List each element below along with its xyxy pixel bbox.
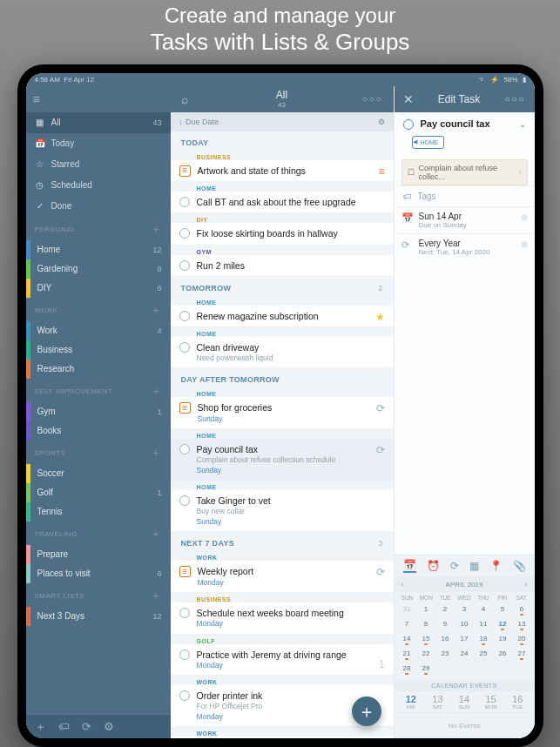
task-checkbox[interactable] <box>179 649 190 660</box>
task-checkbox[interactable] <box>179 311 190 321</box>
chevron-down-icon[interactable]: ⌄ <box>519 119 526 129</box>
cal-prev-icon[interactable]: ‹ <box>401 581 404 589</box>
calendar-day[interactable]: 6 <box>513 603 531 617</box>
tool-list-tab[interactable]: ▦ <box>469 560 479 572</box>
task-row[interactable]: Take Ginger to vetBuy new collarSunday <box>171 490 394 532</box>
tool-alarm-tab[interactable]: ⏰ <box>427 560 440 572</box>
sync-icon[interactable]: ⟳ <box>82 720 91 733</box>
settings-icon[interactable]: ⚙ <box>104 720 114 733</box>
task-row[interactable]: Schedule next weeks board meetingMonday <box>171 602 394 635</box>
due-date-row[interactable]: 📅 Sun 14 Apr Due on Sunday ⊗ <box>395 206 535 233</box>
calendar-day[interactable]: 20 <box>513 633 531 647</box>
sidebar-list-item[interactable]: Tennis <box>26 502 171 522</box>
task-checkbox[interactable] <box>179 197 190 207</box>
calendar-day[interactable]: 26 <box>494 648 512 662</box>
task-checkbox[interactable] <box>179 690 190 701</box>
calendar-day[interactable]: 15 <box>417 633 435 647</box>
task-title-field[interactable]: Pay council tax <box>421 118 512 129</box>
tool-repeat-tab[interactable]: ⟳ <box>450 560 459 572</box>
calendar-icon[interactable]: ☰ <box>179 566 191 577</box>
task-checkbox[interactable] <box>179 228 190 239</box>
sidebar-list-item[interactable]: Prepare <box>26 545 171 564</box>
calendar-day[interactable]: 19 <box>494 633 512 647</box>
sidebar-list-item[interactable]: Gardening8 <box>26 259 171 279</box>
complete-checkbox[interactable] <box>403 119 414 130</box>
task-checkbox[interactable] <box>179 260 190 271</box>
calendar-icon[interactable]: ☰ <box>179 165 191 177</box>
calendar-day[interactable]: 21 <box>398 648 416 662</box>
calendar-day[interactable] <box>513 663 531 676</box>
tool-attach-tab[interactable]: 📎 <box>513 560 526 572</box>
calendar-day[interactable]: 7 <box>398 618 416 632</box>
add-to-section-icon[interactable]: ＋ <box>151 303 162 318</box>
task-row[interactable]: Call BT and ask about the free upgrade <box>171 192 394 213</box>
calendar-day[interactable]: 22 <box>417 648 435 662</box>
tool-calendar-tab[interactable]: 📅 <box>403 559 416 573</box>
calendar-day[interactable] <box>455 663 474 676</box>
sidebar-list-item[interactable]: DIY6 <box>26 279 171 298</box>
sidebar-list-item[interactable]: Gym1 <box>26 402 171 421</box>
sidebar-list-item[interactable]: Work4 <box>26 321 171 340</box>
calendar-day[interactable]: 28 <box>398 663 416 676</box>
tags-row[interactable]: 🏷Tags <box>395 185 535 206</box>
event-day-tab[interactable]: 12FRI <box>398 694 425 710</box>
add-list-button[interactable]: ＋ <box>35 719 46 735</box>
task-row[interactable]: Run 2 miles <box>171 255 394 277</box>
task-checkbox[interactable] <box>179 444 190 454</box>
calendar-day[interactable]: 25 <box>475 648 493 662</box>
sidebar-list-item[interactable]: Research <box>26 360 171 379</box>
calendar-day[interactable]: 4 <box>475 603 493 617</box>
add-to-section-icon[interactable]: ＋ <box>151 589 162 603</box>
calendar-day[interactable]: 31 <box>398 603 416 617</box>
sidebar-smart-item[interactable]: 📅Today <box>26 133 171 154</box>
calendar-day[interactable]: 9 <box>436 618 455 632</box>
task-row[interactable]: Practice with Jeremy at driving rangeMon… <box>171 644 394 676</box>
star-icon[interactable]: ★ <box>375 311 385 323</box>
sidebar-list-item[interactable]: Next 3 Days12 <box>26 607 171 626</box>
task-row[interactable]: Renew magazine subscription★ <box>171 306 394 327</box>
calendar-day[interactable]: 13 <box>513 618 531 632</box>
add-to-section-icon[interactable]: ＋ <box>151 527 162 542</box>
gear-icon[interactable]: ⚙ <box>378 118 385 126</box>
task-checkbox[interactable] <box>179 608 190 618</box>
sidebar-list-item[interactable]: Home12 <box>26 240 171 259</box>
clear-repeat-icon[interactable]: ⊗ <box>521 239 528 249</box>
event-day-tab[interactable]: 13SAT <box>424 694 451 710</box>
calendar-day[interactable]: 27 <box>513 648 531 662</box>
task-row[interactable]: Pick up stationary from StaplesGet some … <box>171 737 394 738</box>
calendar-day[interactable]: 8 <box>417 618 435 632</box>
sidebar-list-item[interactable]: Books <box>26 421 171 441</box>
calendar-day[interactable]: 5 <box>494 603 512 617</box>
calendar-icon[interactable]: ☰ <box>179 402 191 414</box>
calendar-day[interactable]: 3 <box>455 603 474 617</box>
calendar-day[interactable]: 12 <box>494 618 512 632</box>
tool-location-tab[interactable]: 📍 <box>489 560 503 572</box>
calendar-day[interactable]: 14 <box>398 633 416 647</box>
sort-bar[interactable]: ↓Due Date ⚙ <box>171 112 394 131</box>
calendar-day[interactable] <box>475 663 493 676</box>
calendar-day[interactable]: 18 <box>475 633 493 647</box>
sidebar-smart-item[interactable]: ✓Done <box>26 196 171 217</box>
detail-more-icon[interactable]: ○○○ <box>504 94 525 104</box>
add-to-section-icon[interactable]: ＋ <box>151 222 162 237</box>
calendar-day[interactable]: 24 <box>455 648 474 662</box>
sidebar-list-item[interactable]: Soccer <box>26 464 171 483</box>
calendar-day[interactable]: 17 <box>455 633 474 647</box>
event-day-tab[interactable]: 14SUN <box>451 694 478 710</box>
sidebar-list-item[interactable]: Golf1 <box>26 483 171 502</box>
tag-icon[interactable]: 🏷 <box>58 720 70 733</box>
sidebar-smart-item[interactable]: ◷Scheduled <box>26 175 171 196</box>
add-to-section-icon[interactable]: ＋ <box>151 446 162 461</box>
sidebar-smart-item[interactable]: ▦All43 <box>26 112 171 133</box>
task-row[interactable]: ☰Weekly reportMonday⟳ <box>171 561 394 593</box>
task-row[interactable]: Clean drivewayNeed powerwash liquid <box>171 337 394 369</box>
calendar-day[interactable]: 10 <box>455 618 474 632</box>
calendar-day[interactable] <box>494 663 512 676</box>
calendar-day[interactable]: 16 <box>436 633 455 647</box>
list-tag[interactable]: HOME <box>412 136 444 149</box>
task-checkbox[interactable] <box>179 342 190 353</box>
sidebar-list-item[interactable]: Business <box>26 340 171 360</box>
sidebar-list-item[interactable]: Places to visit6 <box>26 564 171 583</box>
hamburger-icon[interactable]: ≡ <box>33 92 40 106</box>
add-to-section-icon[interactable]: ＋ <box>151 384 162 399</box>
